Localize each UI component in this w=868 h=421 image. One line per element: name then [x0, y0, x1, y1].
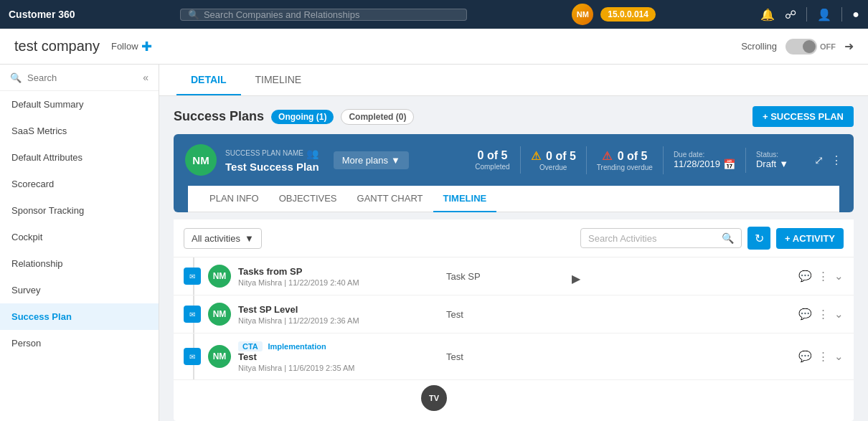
activity-row: ✉ NM CTA Implementation Test Nitya Mishr… [174, 334, 854, 380]
subtab-plan-info[interactable]: PLAN INFO [199, 186, 269, 212]
activity-filter-select[interactable]: All activities ▼ [184, 228, 262, 249]
plan-name: Test Success Plan [225, 161, 319, 173]
sidebar-collapse-icon[interactable]: « [143, 72, 148, 83]
comment-icon[interactable]: 💬 [798, 350, 812, 363]
timeline-toolbar: All activities ▼ 🔍 ↻ + ACTIVITY [174, 219, 854, 257]
add-activity-button[interactable]: + ACTIVITY [776, 228, 844, 249]
profile-icon[interactable]: ● [852, 8, 859, 21]
top-nav-icons: 🔔 ☍ 👤 ● [760, 7, 859, 22]
sub-header: test company Follow ✚ Scrolling OFF ➜ [0, 29, 868, 65]
user-avatar[interactable]: NM [572, 4, 593, 25]
cursor: ▶ [572, 271, 580, 285]
sidebar-item-survey[interactable]: Survey [0, 277, 159, 303]
more-icon[interactable]: ⋮ [818, 270, 829, 283]
sidebar-item-relationship[interactable]: Relationship [0, 250, 159, 277]
activity-content: Test [446, 351, 791, 362]
activity-subtitle: Test [238, 351, 439, 362]
sidebar-item-cockpit[interactable]: Cockpit [0, 224, 159, 250]
status-select[interactable]: Draft ▼ [756, 159, 788, 169]
activity-actions: 💬 ⋮ ⌄ [798, 350, 844, 363]
plan-stats: 0 of 5 Completed ⚠ 0 of 5 Overdue ⚠ 0 [465, 146, 798, 174]
sidebar-item-success-plan[interactable]: Success Plan [0, 303, 159, 330]
subtab-timeline[interactable]: TIMELINE [433, 186, 497, 212]
activity-meta: Nitya Mishra | 11/22/2019 2:36 AM [238, 316, 439, 325]
tab-detail[interactable]: DETAIL [176, 65, 241, 95]
activity-title: CTA Implementation [238, 341, 439, 351]
comment-icon[interactable]: 💬 [798, 308, 812, 321]
toggle-track[interactable] [786, 39, 817, 55]
scrolling-toggle[interactable]: OFF [786, 39, 836, 55]
subtab-gantt-chart[interactable]: GANTT CHART [347, 186, 433, 212]
activity-content: Task SP [446, 271, 791, 282]
plan-actions: ⤢ ⋮ [814, 153, 842, 167]
app-brand: Customer 360 [9, 9, 75, 20]
sidebar-item-scorecard[interactable]: Scorecard [0, 171, 159, 197]
activity-avatar: NM [208, 265, 231, 288]
completed-badge[interactable]: Completed (0) [341, 109, 414, 125]
bottom-avatar[interactable]: TV [421, 385, 447, 411]
nav-divider2 [841, 7, 842, 22]
expand-icon[interactable]: ⌄ [834, 270, 844, 283]
more-plans-button[interactable]: More plans ▼ [334, 151, 409, 169]
version-badge: 15.0.0.014 [600, 7, 656, 22]
activity-search-icon[interactable]: 🔍 [722, 232, 734, 244]
follow-button[interactable]: Follow ✚ [111, 39, 152, 55]
activity-actions: 💬 ⋮ ⌄ [798, 308, 844, 321]
expand-icon[interactable]: ⌄ [834, 308, 844, 321]
top-navigation: Customer 360 🔍 NM 15.0.0.014 🔔 ☍ 👤 ● [0, 0, 868, 29]
expand-icon[interactable]: ⌄ [834, 350, 844, 363]
bell-icon[interactable]: 🔔 [760, 8, 775, 22]
plan-card: NM SUCCESS PLAN NAME 👥 Test Success Plan… [174, 134, 854, 212]
trending-value: ⚠ 0 of 5 [597, 149, 653, 163]
global-search[interactable]: 🔍 [180, 9, 467, 21]
tab-timeline[interactable]: TIMELINE [241, 65, 316, 95]
sub-header-right: Scrolling OFF ➜ [741, 39, 854, 55]
add-success-plan-button[interactable]: + SUCCESS PLAN [753, 106, 854, 127]
activity-search-input[interactable] [588, 233, 717, 244]
activity-actions: 💬 ⋮ ⌄ [798, 270, 844, 283]
sidebar-item-sponsor-tracking[interactable]: Sponsor Tracking [0, 197, 159, 224]
refresh-button[interactable]: ↻ [747, 227, 770, 250]
impl-badge: Implementation [268, 342, 326, 351]
sidebar-item-saas-metrics[interactable]: SaaS Metrics [0, 118, 159, 144]
plan-name-label: SUCCESS PLAN NAME 👥 [225, 148, 319, 159]
due-date-value: 11/28/2019 📅 [674, 159, 735, 170]
sidebar-item-person[interactable]: Person [0, 330, 159, 356]
activity-avatar: NM [208, 303, 231, 326]
activity-info: CTA Implementation Test Nitya Mishra | 1… [238, 341, 439, 372]
chevron-down-icon: ▼ [391, 155, 400, 166]
scrolling-state: OFF [820, 42, 836, 51]
sidebar-item-default-summary[interactable]: Default Summary [0, 91, 159, 118]
warning-icon: ⚠ [531, 150, 541, 162]
sidebar: 🔍 « Default Summary SaaS Metrics Default… [0, 65, 159, 421]
stat-completed: 0 of 5 Completed [465, 146, 520, 174]
status-label: Status: [756, 151, 788, 159]
sidebar-search-container[interactable]: 🔍 « [0, 65, 159, 91]
share-icon[interactable]: ➜ [844, 39, 854, 53]
global-search-input[interactable] [204, 9, 459, 20]
activity-title: Test SP Level [238, 304, 439, 315]
subtab-objectives[interactable]: OBJECTIVES [269, 186, 347, 212]
more-options-icon[interactable]: ⋮ [831, 153, 842, 167]
bookmark-icon[interactable]: ☍ [785, 8, 796, 22]
search-icon: 🔍 [188, 9, 199, 20]
user-icon[interactable]: 👤 [817, 8, 831, 22]
calendar-icon[interactable]: 📅 [723, 159, 735, 170]
success-plans-header: Success Plans Ongoing (1) Completed (0) … [159, 96, 868, 134]
activity-search[interactable]: 🔍 [580, 228, 742, 248]
nav-divider [806, 7, 807, 22]
more-icon[interactable]: ⋮ [818, 308, 829, 321]
sidebar-search-input[interactable] [27, 72, 137, 83]
more-icon[interactable]: ⋮ [818, 350, 829, 363]
plan-due-date: Due date: 11/28/2019 📅 [664, 148, 746, 173]
filter-chevron-icon: ▼ [245, 233, 254, 244]
ongoing-badge[interactable]: Ongoing (1) [271, 110, 334, 124]
comment-icon[interactable]: 💬 [798, 270, 812, 283]
activity-list: ✉ NM Tasks from SP Nitya Mishra | 11/22/… [174, 257, 854, 401]
sidebar-item-default-attributes[interactable]: Default Attributes [0, 144, 159, 171]
success-plans-title: Success Plans [174, 109, 264, 124]
share-plan-icon[interactable]: ⤢ [814, 153, 824, 167]
sidebar-search-icon: 🔍 [10, 72, 22, 83]
timeline-area: All activities ▼ 🔍 ↻ + ACTIVITY ✉ NM [174, 219, 854, 421]
activity-info: Tasks from SP Nitya Mishra | 11/22/2019 … [238, 266, 439, 287]
